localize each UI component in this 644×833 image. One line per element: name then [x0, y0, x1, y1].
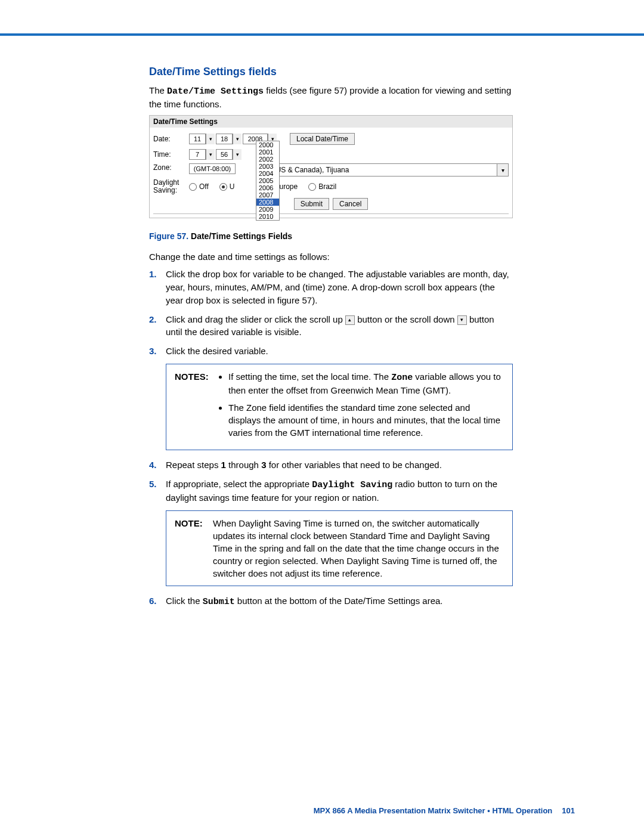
zone-select[interactable]: he (US & Canada), Tijuana ▾	[259, 163, 509, 176]
notes-box-1: NOTES: If setting the time, set the loca…	[166, 364, 513, 450]
scroll-up-icon: ▴	[345, 315, 355, 325]
month-select[interactable]: 11	[189, 134, 206, 144]
panel-title: Date/Time Settings	[150, 116, 512, 128]
step-2: 2. Click and drag the slider or click th…	[166, 313, 513, 339]
time-label: Time:	[153, 150, 189, 159]
page-footer: MPX 866 A Media Presentation Matrix Swit…	[314, 806, 575, 815]
daylight-off-radio[interactable]: Off	[189, 182, 209, 191]
submit-button[interactable]: Submit	[294, 198, 329, 210]
step-3: 3.Click the desired variable.	[166, 345, 513, 358]
lead-instructions: Change the date and time settings as fol…	[149, 250, 513, 263]
daylight-brazil-radio[interactable]: Brazil	[308, 182, 336, 191]
section-heading: Date/Time Settings fields	[149, 66, 513, 78]
day-select[interactable]: 18	[216, 134, 233, 144]
chevron-down-icon[interactable]: ▾	[206, 134, 215, 144]
note-box-2: NOTE: When Daylight Saving Time is turne…	[166, 510, 513, 586]
chevron-down-icon[interactable]: ▾	[497, 164, 508, 176]
year-dropdown-list[interactable]: 2000 2001 2002 2003 2004 2005 2006 2007 …	[256, 141, 280, 221]
hour-select[interactable]: 7	[189, 149, 206, 160]
chevron-down-icon[interactable]: ▾	[233, 134, 242, 144]
cancel-button[interactable]: Cancel	[333, 198, 368, 210]
top-accent-bar	[0, 33, 644, 36]
step-6: 6. Click the Submit button at the bottom…	[166, 594, 513, 609]
date-label: Date:	[153, 135, 189, 143]
figure-caption: Figure 57. Date/Time Settings Fields	[149, 231, 513, 241]
scroll-down-icon: ▾	[457, 315, 467, 325]
zone-prefix: (GMT-08:00)	[189, 163, 236, 174]
daylight-usa-radio[interactable]: U	[219, 182, 235, 191]
local-datetime-button[interactable]: Local Date/Time	[290, 133, 355, 145]
intro-paragraph: The Date/Time Settings fields (see figur…	[149, 84, 513, 110]
chevron-down-icon[interactable]: ▾	[233, 149, 242, 160]
daylight-label: Daylight Saving:	[153, 179, 189, 194]
step-1: 1.Click the drop box for variable to be …	[166, 268, 513, 306]
chevron-down-icon[interactable]: ▾	[206, 149, 215, 160]
datetime-settings-panel: Date/Time Settings 2000 2001 2002 2003 2…	[149, 115, 513, 218]
step-4: 4. Repeat steps 1 through 3 for other va…	[166, 459, 513, 472]
step-5: 5. If appropriate, select the appropriat…	[166, 478, 513, 505]
minute-select[interactable]: 56	[216, 149, 233, 160]
zone-label: Zone:	[153, 163, 189, 176]
